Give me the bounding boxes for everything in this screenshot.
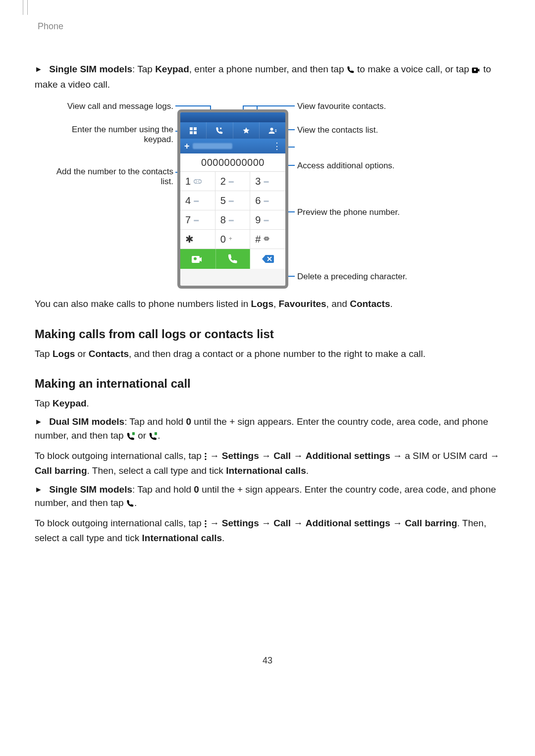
block-intl-1: To block outgoing international calls, t… <box>35 449 500 478</box>
tab-keypad-icon[interactable] <box>180 122 207 139</box>
annot-fav: View favourite contacts. <box>297 101 386 111</box>
section-header: Phone <box>38 20 500 33</box>
annot-keypad-b: keypad. <box>144 134 173 145</box>
backspace-button[interactable] <box>250 249 285 269</box>
page-tab-notch <box>23 0 28 15</box>
videocall-button[interactable] <box>180 249 215 269</box>
phone-app-diagram: View call and message logs. Enter the nu… <box>35 98 500 291</box>
block-intl-2: To block outgoing international calls, t… <box>35 516 500 545</box>
svg-point-13 <box>205 523 207 524</box>
after-diagram-paragraph: You can also make calls to phone numbers… <box>35 297 500 311</box>
svg-rect-3 <box>194 131 197 134</box>
handset-icon <box>347 64 355 78</box>
phone-tabs <box>180 122 285 139</box>
svg-rect-5 <box>275 129 276 130</box>
annot-contacts: View the contacts list. <box>297 125 378 135</box>
keypad-key-6[interactable]: 6▬ <box>250 191 285 210</box>
keypad-key-2[interactable]: 2▬ <box>215 172 251 191</box>
svg-rect-2 <box>190 131 193 134</box>
tab-logs-icon[interactable] <box>207 122 233 139</box>
tap-keypad-line: Tap Keypad. <box>35 397 500 410</box>
blurred-text <box>193 143 232 149</box>
keypad-key-3[interactable]: 3▬ <box>250 172 285 191</box>
number-display: 00000000000 <box>180 153 285 172</box>
keypad-key-0[interactable]: 0+ <box>215 230 251 249</box>
heading-international: Making an international call <box>35 375 500 393</box>
svg-rect-1 <box>194 127 197 130</box>
single-sim-paragraph-2: Single SIM models: Tap and hold 0 until … <box>35 483 500 511</box>
svg-point-14 <box>205 526 207 527</box>
keypad-key-4[interactable]: 4▬ <box>180 191 215 210</box>
annot-preview: Preview the phone number. <box>297 207 400 217</box>
manual-page: Phone Single SIM models: Tap Keypad, ent… <box>0 0 535 756</box>
svg-point-4 <box>270 128 273 131</box>
svg-rect-6 <box>275 131 276 132</box>
keypad-key-9[interactable]: 9▬ <box>250 210 285 230</box>
svg-point-9 <box>205 453 207 454</box>
handset-sim1-icon <box>126 430 135 444</box>
keypad-key-✱[interactable]: ✱ <box>180 230 215 249</box>
tab-contacts-icon[interactable] <box>260 122 285 139</box>
paragraph-call-logs: Tap Logs or Contacts, and then drag a co… <box>35 347 500 361</box>
intro-paragraph: Single SIM models: Tap Keypad, enter a p… <box>35 62 500 91</box>
tab-favourites-icon[interactable] <box>233 122 260 139</box>
svg-point-10 <box>205 455 207 457</box>
annot-addcontact-b: list. <box>161 176 174 187</box>
phone-mock: + ⋮ 00000000000 12▬3▬4▬5▬6▬7▬8▬9▬✱0+# <box>177 109 288 289</box>
plus-icon: + <box>184 141 190 151</box>
keypad-key-8[interactable]: 8▬ <box>215 210 251 230</box>
more-menu-icon[interactable]: ⋮ <box>272 140 281 152</box>
call-button[interactable] <box>215 249 251 269</box>
status-bar <box>180 112 285 122</box>
handset-icon <box>126 498 134 511</box>
keypad-key-7[interactable]: 7▬ <box>180 210 215 230</box>
annot-logs: View call and message logs. <box>67 101 173 111</box>
videocall-icon <box>472 64 481 78</box>
keypad-key-5[interactable]: 5▬ <box>215 191 251 210</box>
annot-options: Access additional options. <box>297 160 395 171</box>
annot-delete: Delete a preceding character. <box>297 271 407 282</box>
add-to-contacts-strip[interactable]: + ⋮ <box>180 139 285 153</box>
heading-call-logs: Making calls from call logs or contacts … <box>35 326 500 343</box>
keypad-word: Keypad <box>155 64 189 74</box>
keypad: 12▬3▬4▬5▬6▬7▬8▬9▬✱0+# <box>180 172 285 249</box>
svg-rect-0 <box>190 127 193 130</box>
keypad-key-1[interactable]: 1 <box>180 172 215 191</box>
bottom-action-row <box>180 249 285 269</box>
svg-rect-8 <box>155 432 157 435</box>
svg-point-12 <box>205 520 207 522</box>
svg-point-11 <box>205 458 207 460</box>
intro-bullet-label: Single SIM models <box>49 64 132 74</box>
page-number: 43 <box>0 654 535 667</box>
dual-sim-paragraph: Dual SIM models: Tap and hold 0 until th… <box>35 415 500 444</box>
annot-addcontact-a: Add the number to the contacts <box>56 166 173 177</box>
keypad-key-#[interactable]: # <box>250 230 285 249</box>
handset-sim2-icon <box>149 430 158 444</box>
annot-keypad-a: Enter the number using the <box>72 124 173 135</box>
svg-rect-7 <box>132 432 135 435</box>
